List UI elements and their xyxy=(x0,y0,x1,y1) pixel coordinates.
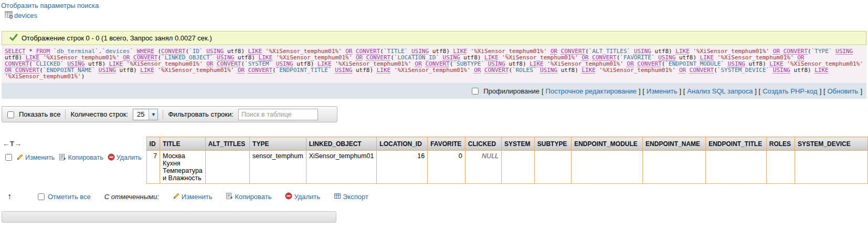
col-header-endpoint-module[interactable]: ENDPOINT_MODULE xyxy=(571,137,643,151)
col-header-endpoint-title[interactable]: ENDPOINT_TITLE xyxy=(706,137,767,151)
column-options-toggle[interactable]: ←T→ xyxy=(3,140,22,148)
copy-row-icon xyxy=(59,153,66,162)
table-row: Изменить Копировать xyxy=(0,151,868,184)
col-header-id[interactable]: ID xyxy=(146,137,160,151)
col-header-roles[interactable]: ROLES xyxy=(766,137,795,151)
show-all-checkbox[interactable] xyxy=(7,111,14,118)
table-name-label: devices xyxy=(14,12,37,19)
cell-location-id[interactable]: 16 xyxy=(377,151,428,184)
profiling-checkbox[interactable] xyxy=(472,88,479,95)
refresh-link[interactable]: Обновить xyxy=(828,87,859,95)
col-header-system[interactable]: SYSTEM xyxy=(502,137,535,151)
selected-delete-link[interactable]: Удалить xyxy=(285,192,320,201)
results-table: ←T→ ID TITLE ALT_TITLES TYPE LINKED_OBJE… xyxy=(0,137,868,184)
cell-alt-titles[interactable] xyxy=(205,151,249,184)
cell-subtype[interactable] xyxy=(534,151,571,184)
inline-edit-link[interactable]: Построчное редактирование xyxy=(546,87,637,95)
cell-system[interactable] xyxy=(502,151,535,184)
pencil-icon xyxy=(173,192,180,201)
check-all-checkbox[interactable] xyxy=(38,193,45,200)
cell-clicked[interactable]: NULL xyxy=(465,151,501,184)
check-all-link[interactable]: Отметить все xyxy=(48,193,91,201)
chevron-down-icon: ▼ xyxy=(149,109,157,120)
cell-linked-object[interactable]: XiSensor_temphum01 xyxy=(306,151,377,184)
rows-count-select[interactable]: 25 ▼ xyxy=(133,109,158,120)
cell-type[interactable]: sensor_temphum xyxy=(250,151,306,184)
col-header-alt-titles[interactable]: ALT_TITLES xyxy=(205,137,249,151)
filter-rows-label: Фильтровать строки: xyxy=(168,110,233,118)
delete-icon xyxy=(285,192,292,201)
header-row: ←T→ ID TITLE ALT_TITLES TYPE LINKED_OBJE… xyxy=(0,137,868,151)
cell-favorite[interactable]: 0 xyxy=(428,151,465,184)
col-header-subtype[interactable]: SUBTYPE xyxy=(534,137,571,151)
cell-endpoint-name[interactable] xyxy=(643,151,706,184)
selected-copy-link[interactable]: Копировать xyxy=(226,192,271,201)
cell-title[interactable]: Москва Кухня Температура и Влажность xyxy=(160,151,206,184)
sql-query-box: SELECT * FROM `db_terminal`.`devices` WH… xyxy=(2,46,866,83)
selected-edit-link[interactable]: Изменить xyxy=(173,192,213,201)
cell-system-device[interactable] xyxy=(795,151,867,184)
query-results-operations-bar xyxy=(2,211,336,223)
row-edit-link[interactable]: Изменить xyxy=(16,153,55,162)
export-icon xyxy=(334,192,341,201)
edit-sql-link[interactable]: Изменить xyxy=(647,87,678,95)
explain-sql-link[interactable]: Анализ SQL запроса xyxy=(687,87,753,95)
show-all-label: Показать все xyxy=(19,110,60,118)
row-delete-link[interactable]: Удалить xyxy=(108,153,142,162)
col-header-favorite[interactable]: FAVORITE xyxy=(428,137,465,151)
success-check-icon xyxy=(9,33,18,43)
cell-roles[interactable] xyxy=(766,151,795,184)
col-header-location-id[interactable]: LOCATION_ID xyxy=(377,137,428,151)
rows-count-label: Количество строк: xyxy=(70,110,128,118)
col-header-clicked[interactable]: CLICKED xyxy=(465,137,501,151)
cell-id[interactable]: 7 xyxy=(146,151,160,184)
browse-controls-bar: Показать все Количество строк: 25 ▼ Филь… xyxy=(2,106,337,122)
profiling-label: Профилирование xyxy=(483,87,539,95)
col-header-type[interactable]: TYPE xyxy=(250,137,306,151)
col-header-system-device[interactable]: SYSTEM_DEVICE xyxy=(795,137,867,151)
with-selected-label: С отмеченными: xyxy=(104,193,159,201)
cell-endpoint-module[interactable] xyxy=(571,151,643,184)
pencil-icon xyxy=(16,153,24,162)
sql-query-text: SELECT * FROM `db_terminal`.`devices` WH… xyxy=(5,48,863,80)
result-message-text: Отображение строк 0 - 0 (1 всего, Запрос… xyxy=(22,34,212,42)
cell-endpoint-title[interactable] xyxy=(706,151,767,184)
col-header-title[interactable]: TITLE xyxy=(160,137,206,151)
row-copy-link[interactable]: Копировать xyxy=(59,153,103,162)
up-arrow-icon: ↑ xyxy=(7,193,12,200)
col-header-linked-object[interactable]: LINKED_OBJECT xyxy=(306,137,377,151)
create-php-code-link[interactable]: Создать PHP-код xyxy=(763,87,817,95)
show-search-params-link[interactable]: Отобразить параметры поиска xyxy=(1,2,99,9)
with-selected-bar: ↑ Отметить все С отмеченными: Изменить xyxy=(7,190,868,203)
copy-row-icon xyxy=(226,192,233,201)
selected-export-link[interactable]: Экспорт xyxy=(334,192,368,201)
sql-options-bar: Профилирование [ Построчное редактирован… xyxy=(2,83,866,99)
row-checkbox[interactable] xyxy=(5,154,12,161)
delete-icon xyxy=(108,153,115,162)
col-header-endpoint-name[interactable]: ENDPOINT_NAME xyxy=(643,137,706,151)
table-icon xyxy=(5,11,13,20)
result-message-bar: Отображение строк 0 - 0 (1 всего, Запрос… xyxy=(2,31,866,45)
filter-rows-input[interactable] xyxy=(238,109,318,120)
